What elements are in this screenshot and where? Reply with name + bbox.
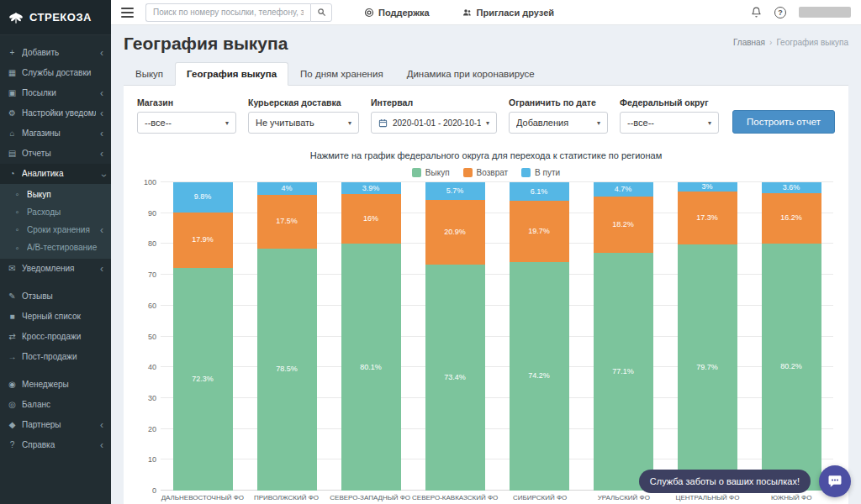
sidebar-item-storage-terms[interactable]: ◦Сроки хранения‹ <box>0 221 111 239</box>
bar-segment-0[interactable]: 79.7% <box>678 244 737 490</box>
date-limit-select[interactable]: Добавления ▾ <box>509 112 608 134</box>
x-axis-label: СЕВЕРО-КАВКАЗСКИЙ ФО <box>412 494 498 501</box>
y-axis-label: 100 <box>144 179 161 186</box>
gear-icon: ⚙ <box>7 108 18 118</box>
bar-segment-2[interactable]: 3% <box>678 182 737 192</box>
bar-segment-1[interactable]: 16.2% <box>762 193 821 243</box>
sidebar-item-notifications[interactable]: ✉Уведомления‹ <box>0 259 111 279</box>
support-link[interactable]: Поддержка <box>364 8 430 18</box>
calendar-icon <box>378 118 388 128</box>
bar-segment-2[interactable]: 9.8% <box>173 182 233 213</box>
x-axis-label: СИБИРСКИЙ ФО <box>498 494 582 501</box>
sidebar-item-label: Кросс-продажи <box>22 332 107 342</box>
sidebar-item-help[interactable]: ?Справка‹ <box>0 435 111 455</box>
invite-friends-label: Пригласи друзей <box>477 8 554 18</box>
bar-segment-0[interactable]: 80.2% <box>762 244 821 491</box>
bar-segment-2[interactable]: 3.9% <box>341 182 401 194</box>
breadcrumb: Главная › География выкупа <box>733 38 848 47</box>
sidebar-item-notification-settings[interactable]: ⚙Настройки уведомлений‹ <box>0 103 111 123</box>
managers-icon: ◉ <box>7 380 18 390</box>
sidebar-item-parcels[interactable]: ▣Посылки‹ <box>0 83 111 103</box>
bar-segment-1[interactable]: 17.9% <box>173 213 233 268</box>
bar-segment-2[interactable]: 4% <box>257 182 317 195</box>
bar-segment-1[interactable]: 18.2% <box>594 197 653 253</box>
bar-segment-label: 80.2% <box>780 363 802 370</box>
district-label: Федеральный округ <box>620 97 719 108</box>
district-select[interactable]: --все-- ▾ <box>620 112 719 134</box>
bar-5[interactable]: 4.7%18.2%77.1% <box>594 182 653 491</box>
sidebar-item-reviews[interactable]: ✎Отзывы <box>0 286 111 307</box>
bar-segment-0[interactable]: 77.1% <box>594 253 653 491</box>
sidebar-item-ab-testing[interactable]: ◦A/B-тестирование <box>0 239 111 257</box>
topbar: Поддержка Пригласи друзей ? <box>111 0 861 25</box>
hamburger-menu-icon[interactable] <box>121 8 134 18</box>
chevron-left-icon: ‹ <box>100 88 107 98</box>
sidebar-item-post-sales[interactable]: →Пост-продажи <box>0 347 111 367</box>
bar-segment-0[interactable]: 74.2% <box>510 262 569 491</box>
bar-segment-0[interactable]: 73.4% <box>425 265 485 491</box>
sidebar-item-delivery-services[interactable]: ▦Службы доставки <box>0 63 111 83</box>
bar-0[interactable]: 9.8%17.9%72.3% <box>173 182 233 491</box>
x-axis-label: СЕВЕРО-ЗАПАДНЫЙ ФО <box>328 494 412 501</box>
bar-segment-2[interactable]: 3.6% <box>762 182 821 193</box>
user-menu[interactable] <box>799 7 851 18</box>
logo-text: СТРЕКОЗА <box>29 11 92 24</box>
bar-2[interactable]: 3.9%16%80.1% <box>341 182 401 491</box>
legend-item-1[interactable]: Возврат <box>463 168 509 177</box>
tab-covid-dynamics[interactable]: Динамика при коронавирусе <box>395 62 547 86</box>
sidebar-item-expenses[interactable]: ◦Расходы <box>0 203 111 221</box>
bar-segment-1[interactable]: 16% <box>341 194 401 244</box>
sidebar-item-blacklist[interactable]: ■Черный список <box>0 307 111 327</box>
bar-segment-1[interactable]: 17.3% <box>678 192 737 244</box>
interval-date-range[interactable]: 2020-01-01 - 2020-10-13 ▾ <box>371 112 497 134</box>
courier-select[interactable]: Не учитывать ▾ <box>248 112 359 134</box>
bar-segment-1[interactable]: 20.9% <box>425 200 485 265</box>
sidebar-item-add[interactable]: +Добавить‹ <box>0 43 111 63</box>
chart-legend: ВыкупВозвратВ пути <box>137 168 835 177</box>
help-icon[interactable]: ? <box>774 7 786 18</box>
bar-slot: 3.9%16%80.1% <box>329 182 413 491</box>
tab-geography[interactable]: География выкупа <box>175 62 288 86</box>
district-select-value: --все-- <box>627 118 703 128</box>
sidebar-item-label: Партнеры <box>22 420 96 430</box>
bar-4[interactable]: 6.1%19.7%74.2% <box>510 182 569 491</box>
analytics-icon: ◔ <box>7 169 18 179</box>
bar-segment-1[interactable]: 19.7% <box>510 201 569 261</box>
legend-swatch <box>521 168 531 177</box>
sidebar-item-partners[interactable]: ◆Партнеры‹ <box>0 415 111 435</box>
shop-select[interactable]: --все-- ▾ <box>137 112 236 134</box>
sidebar-item-redemption[interactable]: ◦Выкуп <box>0 186 111 203</box>
bar-1[interactable]: 4%17.5%78.5% <box>257 182 317 491</box>
sidebar-item-managers[interactable]: ◉Менеджеры <box>0 375 111 395</box>
bar-6[interactable]: 3%17.3%79.7% <box>678 182 737 491</box>
legend-item-0[interactable]: Выкуп <box>412 168 450 177</box>
sidebar-item-cross-sales[interactable]: ⇄Кросс-продажи <box>0 327 111 347</box>
sidebar-item-balance[interactable]: ◎Баланс <box>0 395 111 415</box>
bar-segment-2[interactable]: 4.7% <box>594 182 653 197</box>
tab-storage-days[interactable]: По дням хранения <box>288 62 395 86</box>
breadcrumb-home[interactable]: Главная <box>733 38 765 47</box>
interval-value: 2020-01-01 - 2020-10-13 <box>393 118 481 128</box>
legend-item-2[interactable]: В пути <box>521 168 560 177</box>
breadcrumb-separator: › <box>769 38 772 47</box>
chat-button[interactable] <box>819 465 851 497</box>
notifications-bell-icon[interactable] <box>751 7 762 18</box>
bar-segment-0[interactable]: 78.5% <box>257 249 317 491</box>
bar-segment-2[interactable]: 6.1% <box>510 182 569 201</box>
search-input[interactable] <box>145 3 310 22</box>
bar-segment-2[interactable]: 5.7% <box>425 182 485 200</box>
sidebar-item-shops[interactable]: ⌂Магазины‹ <box>0 123 111 144</box>
build-report-button[interactable]: Построить отчет <box>732 110 835 134</box>
sidebar-item-reports[interactable]: ▤Отчеты‹ <box>0 144 111 164</box>
logo[interactable]: СТРЕКОЗА <box>0 0 111 35</box>
bar-7[interactable]: 3.6%16.2%80.2% <box>762 182 821 491</box>
invite-friends-link[interactable]: Пригласи друзей <box>462 8 554 18</box>
y-axis-label: 80 <box>148 240 161 248</box>
bar-3[interactable]: 5.7%20.9%73.4% <box>425 182 485 491</box>
sidebar-item-analytics[interactable]: ◔Аналитика‹ <box>0 164 111 184</box>
bar-segment-0[interactable]: 80.1% <box>341 244 401 491</box>
bar-segment-1[interactable]: 17.5% <box>257 195 317 249</box>
search-button[interactable] <box>310 3 332 22</box>
tab-redemption[interactable]: Выкуп <box>124 62 175 86</box>
bar-segment-0[interactable]: 72.3% <box>173 268 233 491</box>
